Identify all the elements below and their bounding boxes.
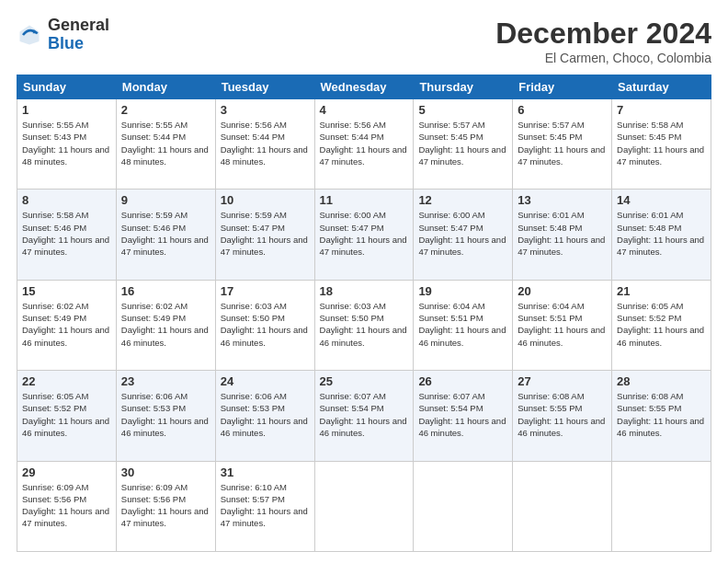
day-info: Sunrise: 5:59 AM Sunset: 5:47 PM Dayligh… [221, 209, 310, 258]
day-cell: 11 Sunrise: 6:00 AM Sunset: 5:47 PM Dayl… [314, 190, 414, 280]
day-cell: 28 Sunrise: 6:08 AM Sunset: 5:55 PM Dayl… [612, 371, 711, 461]
day-number: 20 [518, 284, 607, 298]
week-row-5: 29 Sunrise: 6:09 AM Sunset: 5:56 PM Dayl… [17, 461, 711, 551]
day-number: 25 [320, 374, 409, 388]
day-info: Sunrise: 6:07 AM Sunset: 5:54 PM Dayligh… [418, 390, 507, 439]
day-info: Sunrise: 6:03 AM Sunset: 5:50 PM Dayligh… [221, 300, 310, 349]
header-row: Sunday Monday Tuesday Wednesday Thursday… [17, 75, 711, 99]
col-saturday: Saturday [612, 75, 711, 99]
day-cell: 26 Sunrise: 6:07 AM Sunset: 5:54 PM Dayl… [414, 371, 513, 461]
day-info: Sunrise: 6:04 AM Sunset: 5:51 PM Dayligh… [518, 300, 607, 349]
day-number: 12 [418, 193, 507, 207]
day-cell: 5 Sunrise: 5:57 AM Sunset: 5:45 PM Dayli… [414, 99, 513, 190]
day-number: 28 [617, 374, 706, 388]
day-info: Sunrise: 5:59 AM Sunset: 5:46 PM Dayligh… [121, 209, 210, 258]
day-info: Sunrise: 6:01 AM Sunset: 5:48 PM Dayligh… [518, 209, 607, 258]
day-cell [314, 461, 414, 551]
day-number: 21 [617, 284, 706, 298]
day-number: 18 [320, 284, 409, 298]
day-info: Sunrise: 5:58 AM Sunset: 5:46 PM Dayligh… [22, 209, 111, 258]
logo-icon [17, 22, 42, 48]
day-cell: 14 Sunrise: 6:01 AM Sunset: 5:48 PM Dayl… [612, 190, 711, 280]
day-number: 29 [22, 465, 111, 479]
day-number: 23 [121, 374, 210, 388]
day-cell: 19 Sunrise: 6:04 AM Sunset: 5:51 PM Dayl… [414, 280, 513, 370]
day-info: Sunrise: 6:09 AM Sunset: 5:56 PM Dayligh… [121, 481, 210, 530]
day-cell: 21 Sunrise: 6:05 AM Sunset: 5:52 PM Dayl… [612, 280, 711, 370]
day-number: 10 [221, 193, 310, 207]
day-cell: 17 Sunrise: 6:03 AM Sunset: 5:50 PM Dayl… [215, 280, 314, 370]
page: General Blue December 2024 El Carmen, Ch… [0, 0, 728, 563]
day-number: 15 [22, 284, 111, 298]
day-cell: 9 Sunrise: 5:59 AM Sunset: 5:46 PM Dayli… [116, 190, 215, 280]
day-info: Sunrise: 6:01 AM Sunset: 5:48 PM Dayligh… [617, 209, 706, 258]
month-title: December 2024 [495, 17, 711, 51]
day-number: 7 [617, 103, 706, 117]
day-number: 16 [121, 284, 210, 298]
day-number: 17 [221, 284, 310, 298]
day-info: Sunrise: 6:08 AM Sunset: 5:55 PM Dayligh… [518, 390, 607, 439]
day-cell: 7 Sunrise: 5:58 AM Sunset: 5:45 PM Dayli… [612, 99, 711, 190]
day-number: 14 [617, 193, 706, 207]
col-wednesday: Wednesday [314, 75, 414, 99]
day-number: 1 [22, 103, 111, 117]
day-number: 8 [22, 193, 111, 207]
day-cell: 18 Sunrise: 6:03 AM Sunset: 5:50 PM Dayl… [314, 280, 414, 370]
title-block: December 2024 El Carmen, Choco, Colombia [495, 17, 711, 65]
day-cell: 2 Sunrise: 5:55 AM Sunset: 5:44 PM Dayli… [116, 99, 215, 190]
day-cell: 3 Sunrise: 5:56 AM Sunset: 5:44 PM Dayli… [215, 99, 314, 190]
day-info: Sunrise: 5:56 AM Sunset: 5:44 PM Dayligh… [221, 119, 310, 167]
day-number: 26 [418, 374, 507, 388]
day-cell: 25 Sunrise: 6:07 AM Sunset: 5:54 PM Dayl… [314, 371, 414, 461]
day-info: Sunrise: 5:57 AM Sunset: 5:45 PM Dayligh… [418, 119, 507, 167]
day-info: Sunrise: 6:10 AM Sunset: 5:57 PM Dayligh… [221, 481, 310, 530]
day-cell: 29 Sunrise: 6:09 AM Sunset: 5:56 PM Dayl… [17, 461, 117, 551]
logo-text: General Blue [48, 17, 109, 53]
day-cell: 30 Sunrise: 6:09 AM Sunset: 5:56 PM Dayl… [116, 461, 215, 551]
col-friday: Friday [513, 75, 612, 99]
day-number: 11 [320, 193, 409, 207]
day-number: 6 [518, 103, 607, 117]
day-info: Sunrise: 6:09 AM Sunset: 5:56 PM Dayligh… [22, 481, 111, 530]
day-number: 3 [221, 103, 310, 117]
day-info: Sunrise: 5:55 AM Sunset: 5:43 PM Dayligh… [22, 119, 111, 167]
day-cell: 24 Sunrise: 6:06 AM Sunset: 5:53 PM Dayl… [215, 371, 314, 461]
day-cell: 27 Sunrise: 6:08 AM Sunset: 5:55 PM Dayl… [513, 371, 612, 461]
day-cell: 12 Sunrise: 6:00 AM Sunset: 5:47 PM Dayl… [414, 190, 513, 280]
week-row-1: 1 Sunrise: 5:55 AM Sunset: 5:43 PM Dayli… [17, 99, 711, 190]
day-info: Sunrise: 6:03 AM Sunset: 5:50 PM Dayligh… [320, 300, 409, 349]
logo-general: General [48, 16, 109, 34]
day-info: Sunrise: 6:06 AM Sunset: 5:53 PM Dayligh… [221, 390, 310, 439]
week-row-4: 22 Sunrise: 6:05 AM Sunset: 5:52 PM Dayl… [17, 371, 711, 461]
day-info: Sunrise: 6:05 AM Sunset: 5:52 PM Dayligh… [617, 300, 706, 349]
day-info: Sunrise: 5:56 AM Sunset: 5:44 PM Dayligh… [320, 119, 409, 167]
col-monday: Monday [116, 75, 215, 99]
day-info: Sunrise: 6:05 AM Sunset: 5:52 PM Dayligh… [22, 390, 111, 439]
day-number: 31 [221, 465, 310, 479]
day-cell: 4 Sunrise: 5:56 AM Sunset: 5:44 PM Dayli… [314, 99, 414, 190]
day-number: 30 [121, 465, 210, 479]
day-info: Sunrise: 6:04 AM Sunset: 5:51 PM Dayligh… [418, 300, 507, 349]
day-cell: 22 Sunrise: 6:05 AM Sunset: 5:52 PM Dayl… [17, 371, 117, 461]
day-cell: 1 Sunrise: 5:55 AM Sunset: 5:43 PM Dayli… [17, 99, 117, 190]
day-cell: 16 Sunrise: 6:02 AM Sunset: 5:49 PM Dayl… [116, 280, 215, 370]
day-number: 19 [418, 284, 507, 298]
day-info: Sunrise: 6:08 AM Sunset: 5:55 PM Dayligh… [617, 390, 706, 439]
svg-marker-0 [20, 25, 40, 44]
day-info: Sunrise: 6:00 AM Sunset: 5:47 PM Dayligh… [418, 209, 507, 258]
logo-blue: Blue [48, 34, 84, 52]
day-info: Sunrise: 6:06 AM Sunset: 5:53 PM Dayligh… [121, 390, 210, 439]
week-row-3: 15 Sunrise: 6:02 AM Sunset: 5:49 PM Dayl… [17, 280, 711, 370]
day-number: 13 [518, 193, 607, 207]
day-cell: 15 Sunrise: 6:02 AM Sunset: 5:49 PM Dayl… [17, 280, 117, 370]
day-cell: 31 Sunrise: 6:10 AM Sunset: 5:57 PM Dayl… [215, 461, 314, 551]
day-number: 2 [121, 103, 210, 117]
day-info: Sunrise: 5:55 AM Sunset: 5:44 PM Dayligh… [121, 119, 210, 167]
day-number: 27 [518, 374, 607, 388]
location: El Carmen, Choco, Colombia [495, 51, 711, 65]
calendar-table: Sunday Monday Tuesday Wednesday Thursday… [17, 75, 711, 552]
day-number: 5 [418, 103, 507, 117]
day-number: 22 [22, 374, 111, 388]
col-tuesday: Tuesday [215, 75, 314, 99]
day-cell [513, 461, 612, 551]
